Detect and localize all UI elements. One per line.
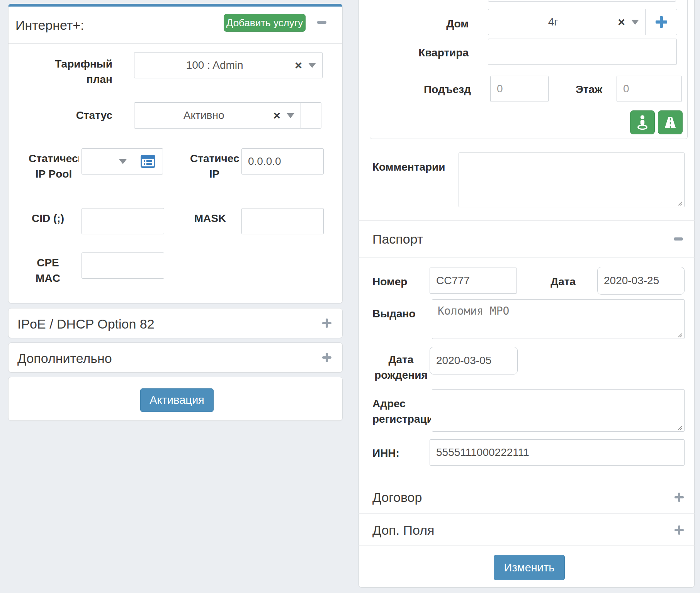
section-divider	[358, 513, 695, 514]
collapse-minus-icon[interactable]	[317, 21, 326, 24]
status-select[interactable]: Активно ×	[134, 102, 301, 129]
birth-date-input[interactable]	[430, 347, 518, 374]
house-select[interactable]: 4г ×	[488, 9, 646, 35]
issued-label: Выдано	[372, 306, 416, 322]
tariff-plan-label: Тарифный план	[54, 56, 112, 87]
static-ip-input[interactable]	[241, 148, 324, 175]
clear-icon[interactable]: ×	[618, 16, 625, 28]
apartment-input[interactable]	[488, 39, 677, 65]
activation-button[interactable]: Активация	[140, 388, 214, 412]
passport-number-input[interactable]	[430, 268, 517, 294]
comments-label: Комментарии	[372, 159, 445, 175]
house-label: Дом	[404, 16, 469, 32]
dropdown-caret-icon[interactable]	[287, 113, 294, 118]
street-view-icon	[636, 115, 649, 130]
ipoe-section-title: IPoE / DHCP Option 82	[17, 317, 155, 332]
static-ip-label-line2: IP	[209, 168, 219, 180]
dropdown-caret-icon[interactable]	[308, 63, 316, 68]
ip-pool-list-button[interactable]	[133, 148, 163, 175]
reg-address-label: Адрес регистрации	[372, 396, 431, 428]
expand-plus-icon[interactable]	[675, 525, 684, 535]
passport-number-label: Номер	[372, 274, 407, 290]
entrance-label: Подъезд	[394, 82, 471, 97]
additional-section-title: Дополнительно	[17, 351, 112, 366]
static-ip-pool-label-line2: IP Pool	[36, 168, 72, 180]
status-label: Статус	[54, 108, 112, 123]
plus-icon	[656, 16, 667, 28]
road-button[interactable]	[658, 110, 683, 134]
static-ip-pool-label-line1: Статический	[29, 151, 79, 166]
cid-input[interactable]	[82, 208, 164, 234]
static-ip-label-line1: Статический	[190, 151, 239, 166]
passport-date-label: Дата	[525, 274, 576, 290]
status-value: Активно	[134, 109, 273, 122]
floor-input[interactable]	[617, 76, 682, 102]
entrance-input[interactable]	[490, 76, 549, 102]
cpe-mac-input[interactable]	[82, 252, 164, 279]
dropdown-caret-icon[interactable]	[631, 20, 639, 25]
section-divider	[358, 480, 695, 480]
add-house-button[interactable]	[645, 9, 677, 35]
house-value: 4г	[488, 16, 618, 28]
street-input-cutoff[interactable]	[488, 0, 676, 2]
expand-plus-icon[interactable]	[322, 353, 331, 362]
apartment-label: Квартира	[386, 45, 469, 61]
comments-textarea[interactable]	[459, 152, 685, 207]
change-button[interactable]: Изменить	[494, 555, 565, 580]
reg-address-textarea[interactable]	[432, 389, 685, 432]
dropdown-caret-icon[interactable]	[119, 159, 127, 164]
mask-label: MASK	[182, 211, 239, 226]
cid-label: CID (;)	[29, 211, 67, 226]
passport-date-input[interactable]	[597, 267, 685, 295]
panel-title: Интернет+:	[15, 18, 84, 33]
add-service-button[interactable]: Добавить услугу	[224, 14, 306, 32]
page: Интернет+: Добавить услугу Тарифный план…	[0, 0, 700, 593]
expand-plus-icon[interactable]	[322, 319, 331, 328]
section-divider	[358, 546, 695, 546]
issued-textarea[interactable]: Коломия МРО	[432, 299, 685, 339]
street-view-button[interactable]	[630, 110, 655, 134]
static-ip-label: Статический IP	[190, 151, 239, 182]
birth-date-label: Дата рождения	[372, 352, 430, 383]
section-divider	[358, 220, 695, 221]
passport-section-title: Паспорт	[372, 232, 423, 247]
clear-icon[interactable]: ×	[295, 59, 302, 71]
static-ip-pool-label: Статический IP Pool	[29, 151, 79, 182]
clear-icon[interactable]: ×	[273, 109, 280, 122]
contract-section-title[interactable]: Договор	[372, 490, 422, 505]
extra-fields-section-title[interactable]: Доп. Поля	[372, 523, 434, 538]
static-ip-pool-select[interactable]	[82, 148, 133, 175]
tariff-plan-select[interactable]: 100 : Admin ×	[134, 52, 323, 78]
inn-input[interactable]	[430, 439, 685, 466]
inn-label: ИНН:	[372, 446, 399, 461]
floor-label: Этаж	[552, 82, 602, 97]
list-icon	[141, 155, 155, 168]
passport-header-divider	[358, 258, 695, 258]
tariff-plan-value: 100 : Admin	[134, 59, 295, 71]
collapse-minus-icon[interactable]	[674, 237, 683, 241]
cpe-mac-label: CPE MAC	[29, 255, 67, 286]
road-icon	[663, 115, 678, 129]
status-addon-box[interactable]	[301, 102, 321, 129]
mask-input[interactable]	[241, 208, 324, 234]
expand-plus-icon[interactable]	[675, 493, 684, 502]
header-divider	[8, 43, 342, 44]
